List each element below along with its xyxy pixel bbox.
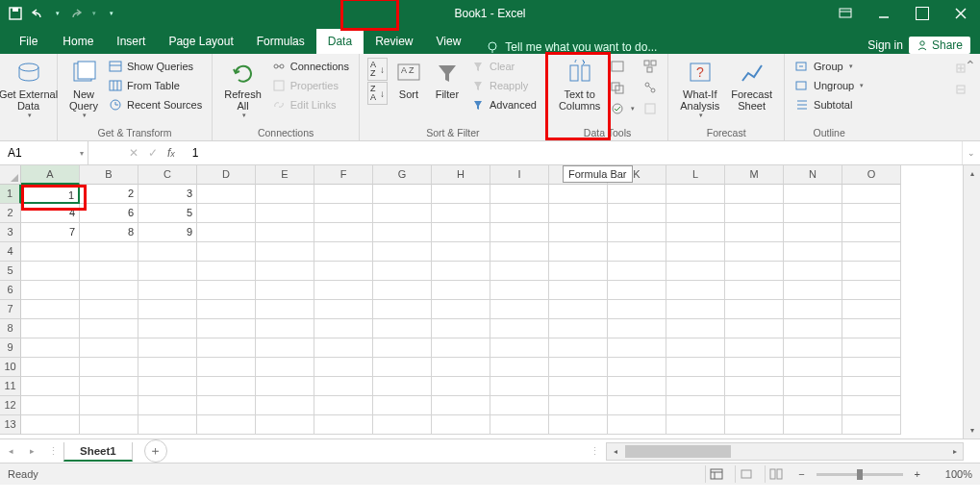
connections-button[interactable]: Connections (269, 58, 351, 75)
qat-customize-icon[interactable]: ▾ (110, 10, 113, 17)
add-sheet-button[interactable]: ＋ (144, 439, 167, 463)
cell[interactable] (138, 358, 197, 377)
scroll-left-button[interactable]: ◂ (607, 443, 623, 460)
sort-desc-button[interactable]: ZA↓ (367, 82, 388, 105)
column-header[interactable]: D (197, 165, 256, 185)
sheet-nav-next[interactable]: ▸ (21, 439, 42, 463)
cell[interactable] (490, 281, 549, 300)
cell[interactable] (490, 358, 549, 377)
row-header[interactable]: 5 (0, 262, 21, 281)
row-header[interactable]: 10 (0, 358, 21, 377)
cell[interactable] (314, 242, 373, 262)
cell[interactable] (725, 223, 784, 242)
cell[interactable] (197, 300, 256, 319)
cell[interactable] (138, 338, 197, 358)
sign-in-link[interactable]: Sign in (867, 38, 903, 52)
cell[interactable] (842, 377, 901, 396)
recent-sources-button[interactable]: Recent Sources (106, 96, 204, 113)
cell[interactable] (666, 242, 725, 262)
cell[interactable] (256, 396, 314, 415)
cell[interactable] (842, 415, 901, 435)
cell[interactable]: 4 (21, 204, 80, 223)
cell[interactable] (784, 223, 842, 242)
cell[interactable] (80, 338, 138, 358)
cell[interactable] (784, 338, 842, 358)
cell[interactable] (725, 415, 784, 435)
cell[interactable] (666, 338, 725, 358)
cell[interactable] (549, 281, 608, 300)
share-button[interactable]: Share (909, 37, 970, 54)
cell[interactable] (666, 185, 725, 204)
cell[interactable] (21, 358, 80, 377)
cell[interactable] (256, 242, 314, 262)
cell[interactable] (725, 185, 784, 204)
zoom-in-button[interactable]: + (911, 468, 924, 480)
cell[interactable] (432, 377, 490, 396)
zoom-out-button[interactable]: − (794, 468, 808, 480)
cell[interactable] (373, 377, 432, 396)
close-button[interactable] (942, 0, 980, 27)
cell[interactable] (138, 262, 197, 281)
cell[interactable] (256, 262, 314, 281)
cell[interactable] (725, 319, 784, 338)
cell[interactable] (373, 358, 432, 377)
what-if-button[interactable]: ? What-If Analysis ▾ (676, 58, 723, 121)
cell[interactable] (197, 338, 256, 358)
cell[interactable] (256, 377, 314, 396)
select-all-corner[interactable] (0, 165, 21, 185)
cell[interactable] (256, 358, 314, 377)
cell[interactable] (842, 396, 901, 415)
cell[interactable] (784, 415, 842, 435)
cell[interactable] (80, 319, 138, 338)
cell[interactable]: 2 (80, 185, 138, 204)
cell[interactable] (314, 300, 373, 319)
cell[interactable] (21, 338, 80, 358)
cell[interactable] (314, 377, 373, 396)
redo-dropdown-icon[interactable]: ▾ (92, 10, 96, 17)
cell[interactable] (256, 300, 314, 319)
cell[interactable] (432, 242, 490, 262)
sheet-tab-active[interactable]: Sheet1 (63, 442, 133, 462)
minimize-button[interactable] (865, 0, 903, 27)
cell[interactable] (725, 300, 784, 319)
cell[interactable] (21, 281, 80, 300)
cell[interactable]: 9 (138, 223, 197, 242)
cell[interactable] (490, 415, 549, 435)
flash-fill-button[interactable] (608, 58, 637, 75)
cell[interactable] (666, 396, 725, 415)
cell[interactable] (21, 415, 80, 435)
cell[interactable] (608, 358, 666, 377)
cell[interactable] (784, 281, 842, 300)
cell[interactable] (373, 396, 432, 415)
cell[interactable] (490, 300, 549, 319)
cell[interactable] (666, 204, 725, 223)
cell[interactable] (197, 262, 256, 281)
column-header[interactable]: B (80, 165, 138, 185)
consolidate-button[interactable] (641, 58, 660, 75)
cell[interactable] (80, 242, 138, 262)
cell[interactable] (784, 377, 842, 396)
cell[interactable] (432, 300, 490, 319)
cell[interactable] (197, 223, 256, 242)
cell[interactable] (784, 396, 842, 415)
collapse-ribbon-button[interactable]: ⌃ (965, 58, 976, 73)
cell[interactable] (549, 223, 608, 242)
cell[interactable] (784, 300, 842, 319)
cell[interactable] (256, 185, 314, 204)
cell[interactable] (80, 300, 138, 319)
relationships-button[interactable] (641, 79, 660, 96)
cell[interactable] (549, 204, 608, 223)
cell[interactable] (197, 204, 256, 223)
cell[interactable] (432, 281, 490, 300)
redo-icon[interactable] (67, 6, 83, 21)
cell[interactable] (21, 377, 80, 396)
cell[interactable] (197, 415, 256, 435)
cell[interactable] (138, 281, 197, 300)
row-header[interactable]: 8 (0, 319, 21, 338)
cell[interactable] (608, 262, 666, 281)
cell[interactable] (373, 319, 432, 338)
new-query-button[interactable]: New Query ▾ (65, 58, 102, 121)
cell[interactable] (784, 319, 842, 338)
row-header[interactable]: 11 (0, 377, 21, 396)
subtotal-button[interactable]: Subtotal (792, 96, 854, 113)
